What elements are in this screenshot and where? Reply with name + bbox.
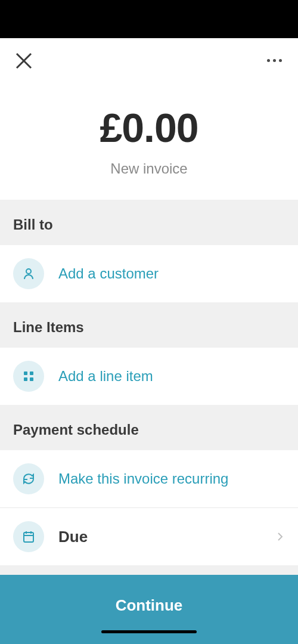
due-label: Due: [58, 528, 261, 546]
line-item-icon-circle: [13, 361, 44, 392]
svg-rect-4: [30, 371, 33, 375]
close-button[interactable]: [12, 49, 36, 73]
refresh-icon: [21, 472, 36, 486]
customer-icon-circle: [13, 258, 44, 289]
status-bar: [0, 0, 298, 38]
chevron-right-icon: [275, 530, 285, 544]
add-line-item-button[interactable]: Add a line item: [0, 348, 298, 405]
svg-rect-6: [30, 377, 33, 381]
person-icon: [21, 267, 36, 281]
svg-rect-3: [24, 371, 27, 375]
svg-point-2: [26, 269, 31, 274]
invoice-amount: £0.00: [0, 104, 298, 151]
make-recurring-button[interactable]: Make this invoice recurring: [0, 450, 298, 508]
due-icon-circle: [13, 521, 44, 552]
svg-rect-7: [24, 532, 33, 542]
grid-icon: [21, 369, 36, 383]
add-customer-label: Add a customer: [58, 265, 285, 282]
invoice-subtitle: New invoice: [0, 160, 298, 177]
svg-rect-5: [24, 377, 27, 381]
add-line-item-label: Add a line item: [58, 368, 285, 385]
header: [0, 38, 298, 83]
due-button[interactable]: Due: [0, 508, 298, 565]
bill-to-header: Bill to: [0, 200, 298, 245]
line-items-header: Line Items: [0, 302, 298, 348]
more-button[interactable]: [262, 49, 286, 73]
close-icon: [13, 50, 35, 72]
recurring-icon-circle: [13, 463, 44, 494]
add-customer-button[interactable]: Add a customer: [0, 245, 298, 302]
home-indicator[interactable]: [101, 630, 197, 633]
make-recurring-label: Make this invoice recurring: [58, 470, 285, 487]
more-icon: [267, 59, 270, 62]
payment-schedule-header: Payment schedule: [0, 405, 298, 450]
amount-section: £0.00 New invoice: [0, 83, 298, 200]
calendar-icon: [21, 530, 36, 544]
continue-button[interactable]: Continue: [0, 575, 298, 644]
continue-label: Continue: [116, 596, 183, 615]
